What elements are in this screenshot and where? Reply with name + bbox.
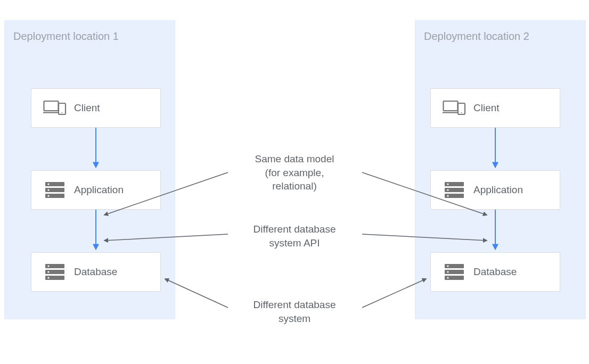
region-left-title: Deployment location 1	[13, 30, 119, 43]
svg-point-15	[47, 277, 49, 278]
node-client-right: Client	[430, 88, 560, 128]
svg-point-19	[461, 112, 462, 113]
server-icon	[443, 264, 466, 280]
annotation-same-data-model: Same data model (for example, relational…	[231, 152, 358, 193]
svg-point-31	[447, 277, 448, 278]
client-icon	[443, 100, 466, 117]
svg-point-25	[447, 195, 448, 196]
svg-point-30	[447, 271, 448, 272]
svg-rect-0	[44, 101, 59, 111]
svg-point-3	[62, 112, 63, 113]
node-database-left: Database	[31, 252, 161, 292]
node-application-right: Application	[430, 170, 560, 210]
node-client-right-label: Client	[473, 102, 500, 114]
node-client-left: Client	[31, 88, 161, 128]
svg-point-14	[47, 271, 49, 272]
region-right-title: Deployment location 2	[424, 30, 529, 43]
diagram-canvas: Deployment location 1 Deployment locatio…	[0, 0, 589, 364]
annotation-different-system: Different database system	[231, 298, 358, 325]
client-icon	[43, 100, 67, 117]
server-icon	[443, 182, 466, 198]
svg-point-23	[447, 183, 448, 185]
svg-point-13	[47, 265, 49, 267]
node-application-left: Application	[31, 170, 161, 210]
node-database-right-label: Database	[473, 266, 517, 278]
server-icon	[43, 264, 67, 280]
node-application-left-label: Application	[74, 184, 124, 196]
node-application-right-label: Application	[473, 184, 523, 196]
svg-point-7	[47, 183, 49, 185]
server-icon	[43, 182, 67, 198]
node-database-right: Database	[430, 252, 560, 292]
node-database-left-label: Database	[74, 266, 117, 278]
svg-point-29	[447, 265, 448, 267]
node-client-left-label: Client	[74, 102, 100, 114]
annotation-different-api: Different database system API	[231, 222, 358, 250]
svg-point-9	[47, 195, 49, 196]
svg-rect-16	[444, 101, 458, 111]
svg-point-8	[47, 189, 49, 191]
svg-point-24	[447, 189, 448, 191]
